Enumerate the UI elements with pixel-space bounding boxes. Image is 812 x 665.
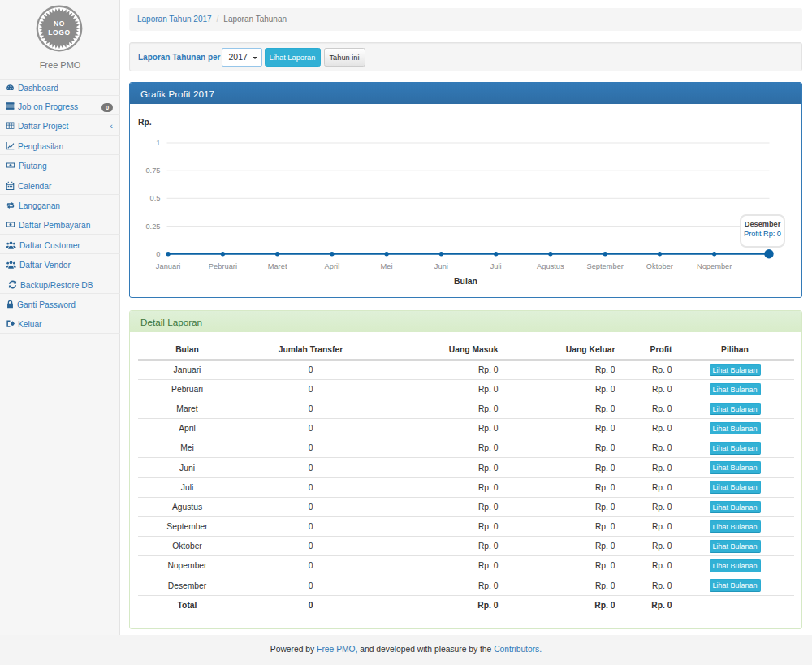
svg-text:LOGO: LOGO <box>48 28 70 37</box>
svg-text:Mei: Mei <box>381 261 393 270</box>
svg-text:April: April <box>325 261 340 270</box>
svg-text:September: September <box>586 261 623 270</box>
svg-text:Rp.: Rp. <box>138 117 152 126</box>
svg-text:Pebruari: Pebruari <box>209 261 237 270</box>
svg-text:Juli: Juli <box>490 261 502 270</box>
svg-text:Nopember: Nopember <box>697 261 732 270</box>
svg-text:Bulan: Bulan <box>454 277 477 286</box>
svg-text:Oktober: Oktober <box>646 261 673 270</box>
svg-text:Januari: Januari <box>156 261 181 270</box>
svg-text:Maret: Maret <box>268 261 287 270</box>
svg-text:Juni: Juni <box>434 261 448 270</box>
svg-text:0: 0 <box>156 249 160 257</box>
svg-text:NO: NO <box>54 19 65 28</box>
svg-text:0.25: 0.25 <box>145 222 160 230</box>
svg-text:0.5: 0.5 <box>150 194 161 202</box>
svg-text:1: 1 <box>156 139 160 147</box>
svg-text:0.75: 0.75 <box>145 166 160 175</box>
svg-text:Agustus: Agustus <box>537 261 564 270</box>
